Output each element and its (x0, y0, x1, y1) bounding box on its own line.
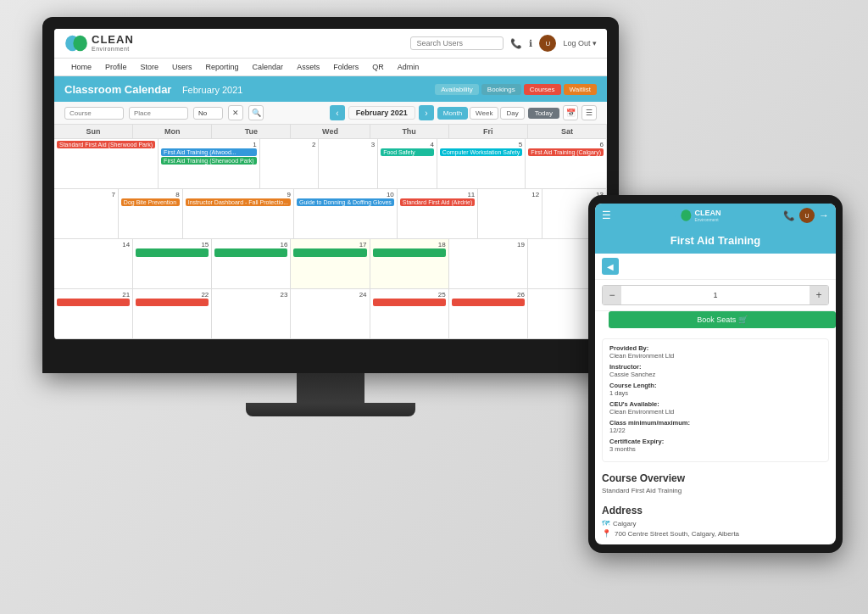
event-dog-bite[interactable]: Dog Bite Prevention (121, 198, 180, 206)
nav-admin[interactable]: Admin (391, 59, 426, 75)
address-section: Address 🗺 Calgary 📍 700 Centre Street So… (595, 500, 836, 544)
logo-clean: CLEAN (92, 34, 134, 46)
calendar-icon[interactable]: 📅 (563, 105, 578, 120)
nav-qr[interactable]: QR (365, 59, 391, 75)
calendar-header: Classroom Calendar February 2021 Availab… (54, 76, 607, 102)
event-first-aid-sp[interactable]: First Aid Training (Sherwood Park) (161, 157, 257, 165)
no-filter[interactable] (193, 107, 223, 120)
event-red-span1[interactable] (57, 299, 130, 306)
tablet-logout-icon[interactable]: → (819, 209, 829, 221)
cert-expiry-value: 3 months (609, 445, 821, 453)
tablet-header-right: 📞 U → (783, 208, 829, 223)
courses-button[interactable]: Courses (524, 84, 561, 95)
nav-users[interactable]: Users (165, 59, 199, 75)
provided-by-label: Provided By: (609, 344, 821, 352)
location-icon: 📍 (602, 529, 611, 538)
provided-by-row: Provided By: Clean Environment Ltd (609, 344, 821, 360)
event-red-span2[interactable] (373, 299, 446, 306)
cell-w2-sun: 7 (54, 189, 119, 238)
event-food-safety[interactable]: Food Safety (381, 148, 434, 156)
event-green-span[interactable] (136, 248, 209, 257)
next-month-button[interactable]: › (419, 105, 434, 120)
cell-w3-thu: 18 (370, 239, 449, 288)
week-view-button[interactable]: Week (470, 107, 498, 120)
nav-store[interactable]: Store (134, 59, 166, 75)
logout-button[interactable]: Log Out ▾ (563, 39, 597, 47)
quantity-control: − 1 + (602, 285, 829, 305)
event-workstation[interactable]: Computer Workstation Safety (440, 148, 522, 156)
nav-reporting[interactable]: Reporting (199, 59, 246, 75)
cell-w2-fri: 12 (478, 189, 542, 238)
instructor-row: Instructor: Cassie Sanchez (609, 363, 821, 378)
nav-folders[interactable]: Folders (326, 59, 365, 75)
app-header: CLEAN Environment 📞 ℹ U Log Out ▾ (54, 29, 607, 59)
scene: CLEAN Environment 📞 ℹ U Log Out ▾ Home (0, 0, 868, 614)
tablet-logo-clean: CLEAN (695, 209, 721, 217)
cell-w1-sun: Standard First Aid (Sherwood Park) (54, 139, 159, 188)
cell-w3-sun: 14 (54, 239, 133, 288)
search-input[interactable] (410, 36, 504, 50)
provided-by-value: Clean Environment Ltd (609, 352, 821, 360)
tablet-screen: ☰ CLEAN Environment 📞 U (595, 204, 836, 544)
quantity-decrease[interactable]: − (603, 286, 621, 304)
course-length-label: Course Length: (609, 382, 821, 389)
cell-w4-fri: 26 (449, 289, 528, 338)
prev-month-button[interactable]: ‹ (330, 105, 345, 120)
address-city-row: 🗺 Calgary (602, 519, 829, 527)
tablet-menu-icon[interactable]: ☰ (602, 209, 611, 221)
list-icon[interactable]: ☰ (581, 105, 597, 120)
tablet-details: Provided By: Clean Environment Ltd Instr… (602, 338, 829, 462)
nav-assets[interactable]: Assets (290, 59, 326, 75)
cell-w1-wed: 3 (319, 139, 378, 188)
month-view-button[interactable]: Month (437, 107, 468, 120)
class-min-max-value: 12/22 (609, 427, 821, 434)
cell-w3-wed: 17 (291, 239, 370, 288)
month-display: February 2021 (348, 106, 415, 120)
course-filter[interactable] (64, 107, 124, 120)
bookings-button[interactable]: Bookings (481, 84, 521, 95)
tablet-logo: CLEAN Environment (674, 209, 721, 222)
back-button[interactable]: ◀ (602, 258, 619, 275)
event-standard-first-aid-airdrie[interactable]: Standard First Aid (Airdrie) (400, 198, 475, 206)
cell-w2-tue: 9 Instructor Dashboard - Fall Protectio.… (183, 189, 294, 238)
event-donning-doffing[interactable]: Guide to Donning & Doffing Gloves (297, 198, 394, 206)
day-wed: Wed (291, 125, 370, 138)
tablet-bezel: ☰ CLEAN Environment 📞 U (588, 195, 843, 553)
quantity-increase[interactable]: + (810, 286, 828, 304)
calendar-header-buttons: Availability Bookings Courses Waitlist (435, 84, 597, 95)
logo-text-group: CLEAN Environment (92, 34, 134, 53)
header-right: 📞 ℹ U Log Out ▾ (410, 35, 597, 52)
cert-expiry-row: Certificate Expiry: 3 months (609, 438, 821, 453)
tablet-header: ☰ CLEAN Environment 📞 U (595, 204, 836, 227)
nav-home[interactable]: Home (64, 59, 98, 75)
today-button[interactable]: Today (528, 108, 559, 119)
cell-w1-mon: 1 First Aid Training (Atwood... First Ai… (159, 139, 260, 188)
tablet: ☰ CLEAN Environment 📞 U (588, 195, 843, 553)
nav-calendar[interactable]: Calendar (246, 59, 291, 75)
place-filter[interactable] (129, 107, 188, 120)
nav-profile[interactable]: Profile (98, 59, 134, 75)
event-instructor-dashboard[interactable]: Instructor Dashboard - Fall Protectio... (186, 198, 291, 206)
cell-w3-mon: 15 (133, 239, 212, 288)
event-first-aid-calgary[interactable]: First Aid Training (Calgary) (528, 148, 604, 156)
cell-w4-tue: 23 (212, 289, 291, 338)
availability-button[interactable]: Availability (435, 84, 479, 95)
monitor-base (246, 403, 415, 416)
cell-w4-mon: 22 (133, 289, 212, 338)
cert-expiry-label: Certificate Expiry: (609, 438, 821, 445)
event-standard-first-aid-sp[interactable]: Standard First Aid (Sherwood Park) (57, 141, 155, 148)
monitor-screen: CLEAN Environment 📞 ℹ U Log Out ▾ Home (54, 29, 607, 339)
info-icon: ℹ (529, 38, 532, 49)
event-first-aid-atwood[interactable]: First Aid Training (Atwood... (161, 148, 257, 156)
cell-w1-tue: 2 (260, 139, 320, 188)
day-view-button[interactable]: Day (500, 107, 524, 120)
tablet-logo-text-group: CLEAN Environment (695, 209, 721, 222)
book-seats-button[interactable]: Book Seats 🛒 (609, 311, 836, 328)
course-overview-section: Course Overview Standard First Aid Train… (595, 467, 836, 500)
filter-icon[interactable]: ✕ (228, 105, 243, 120)
ceu-row: CEU's Available: Clean Environment Ltd (609, 400, 821, 416)
cell-w1-thu: 4 Food Safety (378, 139, 437, 188)
search-filter-icon[interactable]: 🔍 (248, 105, 264, 120)
tablet-phone-icon: 📞 (783, 210, 795, 221)
waitlist-button[interactable]: Waitlist (564, 84, 597, 95)
